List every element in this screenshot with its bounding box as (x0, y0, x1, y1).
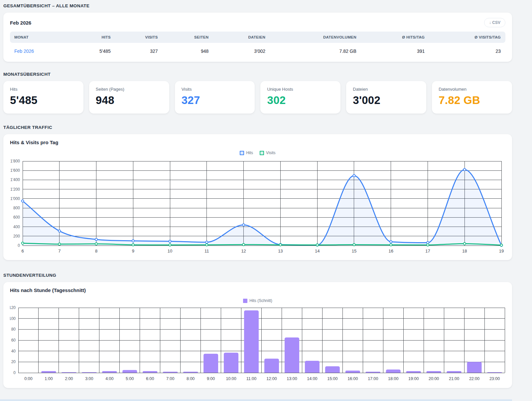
col-seiten: SEITEN (163, 32, 213, 43)
y-tick-label: 1'000 (10, 196, 20, 201)
col-dateien: DATEIEN (213, 32, 270, 43)
bar (447, 371, 462, 373)
section-title-month: MONATSÜBERSICHT (3, 72, 512, 77)
stat-label: Hits (10, 87, 77, 92)
visits-point (390, 244, 392, 246)
x-tick-label: 8 (95, 249, 97, 253)
visits-point (22, 242, 24, 244)
legend-item-hits[interactable]: Hits (240, 150, 253, 155)
section-title-hourly: STUNDENVERTEILUNG (3, 273, 512, 278)
cell-avg-visits-tag: 23 (429, 43, 505, 56)
x-tick-label: 17:00 (368, 376, 378, 381)
y-tick-label: 120 (10, 305, 16, 310)
visits-point (58, 243, 61, 245)
table-row: Feb 2026 5'485 327 948 3'002 7.82 GB 391… (10, 43, 505, 56)
hourly-distribution-card: Hits nach Stunde (Tagesschnitt) Hits (Sc… (3, 282, 512, 388)
visits-point (205, 244, 208, 246)
stat-card-datenvolumen: Datenvolumen 7.82 GB (432, 81, 512, 114)
hits-point (58, 230, 61, 232)
x-tick-label: 1:00 (45, 376, 53, 381)
col-visits: VISITS (115, 32, 163, 43)
bar (305, 361, 320, 373)
legend-item-hits-schnitt[interactable]: Hits (Schnitt) (243, 298, 272, 303)
bar (224, 353, 238, 373)
x-tick-label: 6 (21, 249, 24, 253)
col-avg-hits-tag: Ø HITS/TAG (361, 32, 429, 43)
visits-point (427, 244, 429, 246)
y-tick-label: 0 (18, 243, 20, 248)
bar (264, 359, 279, 373)
bar (102, 371, 117, 373)
stat-label: Visits (182, 87, 248, 92)
x-tick-label: 11 (204, 249, 209, 253)
col-hits: HITS (71, 32, 115, 43)
col-datenvolumen: DATENVOLUMEN (270, 32, 361, 43)
bar (325, 366, 340, 373)
col-monat: MONAT (10, 32, 71, 43)
x-tick-label: 16:00 (347, 376, 358, 381)
y-tick-label: 80 (11, 327, 16, 332)
y-tick-label: 100 (10, 316, 16, 321)
bar (406, 371, 421, 373)
daily-chart-title: Hits & Visits pro Tag (10, 140, 505, 145)
x-tick-label: 19:00 (408, 376, 419, 381)
y-tick-label: 1'400 (10, 177, 20, 182)
x-tick-label: 17 (425, 249, 430, 253)
table-header-row: MONAT HITS VISITS SEITEN DATEIEN DATENVO… (10, 32, 505, 43)
x-tick-label: 13:00 (287, 376, 297, 381)
stat-label: Dateien (353, 87, 420, 92)
cell-datenvolumen: 7.82 GB (270, 43, 361, 56)
x-tick-label: 7:00 (166, 376, 174, 381)
months-table: MONAT HITS VISITS SEITEN DATEIEN DATENVO… (10, 32, 505, 56)
stat-value: 302 (267, 94, 334, 107)
y-tick-label: 600 (13, 215, 20, 220)
x-tick-label: 9:00 (207, 376, 215, 381)
hits-point (169, 240, 171, 243)
y-tick-label: 1'600 (10, 168, 20, 173)
bar (244, 310, 259, 373)
x-tick-label: 14 (315, 249, 320, 253)
legend-swatch (260, 151, 264, 155)
bar (163, 372, 178, 373)
x-tick-label: 5:00 (126, 376, 134, 381)
x-tick-label: 3:00 (85, 376, 93, 381)
section-title-daily: TÄGLICHER TRAFFIC (3, 125, 512, 130)
visits-point (353, 244, 355, 246)
x-tick-label: 9 (132, 249, 134, 253)
y-tick-label: 1'200 (10, 187, 20, 192)
x-tick-label: 10 (168, 249, 172, 253)
stat-card-dateien: Dateien 3'002 (346, 81, 426, 114)
hits-point (205, 241, 208, 244)
stat-value: 327 (182, 94, 248, 107)
stat-card-unique-hosts: Unique Hosts 302 (260, 81, 340, 114)
hits-point (95, 238, 97, 241)
visits-point (132, 244, 134, 246)
y-tick-label: 800 (13, 206, 20, 210)
csv-download-button[interactable]: ↓ CSV (484, 18, 505, 27)
bar (285, 338, 299, 373)
bar (183, 372, 198, 373)
bar (62, 372, 76, 373)
bar (467, 362, 482, 373)
overview-card-head: Feb 2026 ↓ CSV (10, 18, 505, 27)
bar (41, 371, 56, 373)
section-title-overview: GESAMTÜBERSICHT – ALLE MONATE (3, 3, 512, 8)
stat-card-visits: Visits 327 (175, 81, 255, 114)
x-tick-label: 13 (278, 249, 283, 253)
hourly-chart-legend: Hits (Schnitt) (10, 298, 505, 303)
legend-label: Visits (266, 150, 275, 155)
x-tick-label: 2:00 (65, 376, 73, 381)
x-tick-label: 8:00 (187, 376, 195, 381)
cell-seiten: 948 (163, 43, 213, 56)
stat-card-seiten: Seiten (Pages) 948 (89, 81, 169, 114)
page: GESAMTÜBERSICHT – ALLE MONATE Feb 2026 ↓… (0, 0, 512, 388)
stat-value: 948 (96, 94, 163, 107)
x-tick-label: 14:00 (307, 376, 317, 381)
stat-card-hits: Hits 5'485 (3, 81, 83, 114)
legend-item-visits[interactable]: Visits (260, 150, 275, 155)
stat-value: 3'002 (353, 94, 420, 107)
col-avg-visits-tag: Ø VISITS/TAG (429, 32, 505, 43)
bar (345, 370, 360, 373)
cell-dateien: 3'002 (213, 43, 270, 56)
month-link[interactable]: Feb 2026 (14, 49, 34, 54)
